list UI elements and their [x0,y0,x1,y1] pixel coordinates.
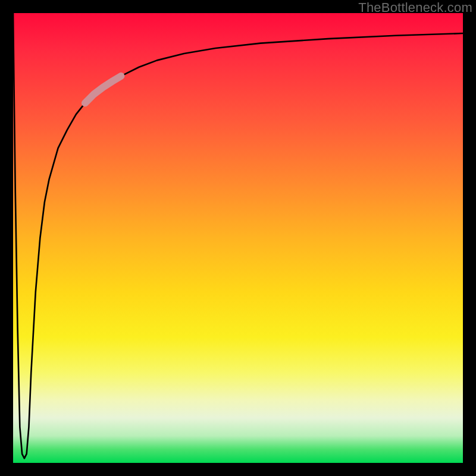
chart-frame: TheBottleneck.com [0,0,476,476]
watermark-text: TheBottleneck.com [358,0,472,15]
plot-area [13,13,463,463]
bottleneck-curve [13,13,463,458]
chart-svg [13,13,463,463]
highlight-segment [85,76,121,103]
